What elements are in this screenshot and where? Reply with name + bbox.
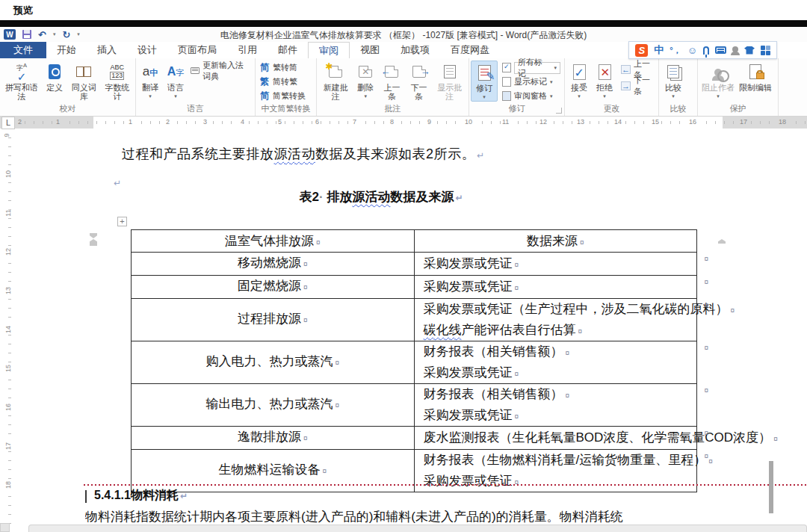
cell-emission-source[interactable]: 移动燃烧源 [132,253,415,276]
simplified-traditional-convert-button[interactable]: 简 简繁转换 [257,89,308,103]
compare-button[interactable]: 比较▾ [661,61,686,100]
sogou-logo-icon[interactable]: S [635,44,648,57]
end-of-cell-mark [515,370,519,378]
tab-百度网盘[interactable]: 百度网盘 [440,42,500,58]
first-line-indent-marker[interactable] [90,233,97,238]
spelling-grammar-button[interactable]: 字A✓ 拼写和语法 [1,61,42,102]
table-row[interactable]: 输出电力、热力或蒸汽财务报表（相关销售额）采购发票或凭证 [132,384,697,427]
track-changes-button[interactable]: ✎ 修订▾ [471,61,498,102]
ribbon-group-tracking: ✎ 修订▾ 所有标记▾ 显示标记▾ 审阅窗格▾ 修订 [469,58,565,116]
vertical-scrollbar-thumb[interactable] [769,461,773,513]
tab-stop-selector[interactable]: L [1,117,15,129]
vertical-ruler[interactable]: 9101112131415161718 [3,129,16,532]
all-markup-dropdown[interactable]: 所有标记▾ [500,61,563,75]
table-row[interactable]: 固定燃烧源采购发票或凭证 [132,276,697,299]
traditional-to-simplified-button[interactable]: 简 繁转简 [257,61,308,75]
skin-icon[interactable] [744,46,755,55]
toolbox-icon[interactable] [732,46,738,52]
update-ime-dictionary-button[interactable]: 更新输入法词典 [188,64,253,78]
tab-设计[interactable]: 设计 [127,42,167,58]
all-markup-icon [502,63,511,72]
emoji-icon[interactable]: ☺ [687,45,697,56]
cell-data-source[interactable]: 废水监测报表（生化耗氧量BOD浓度、化学需氧量COD浓度） [414,427,697,450]
cell-data-source[interactable]: 财务报表（相关销售额）采购发票或凭证 [414,341,697,384]
define-button[interactable]: 定义 [42,61,67,93]
cell-emission-source[interactable]: 过程排放源 [132,299,415,341]
tab-文件[interactable]: 文件 [0,42,46,58]
table-row[interactable]: 移动燃烧源采购发票或凭证 [132,253,697,276]
right-indent-marker[interactable] [718,239,726,244]
ruler-number: 10 [4,170,13,178]
horizontal-ruler[interactable]: 21123456789101112131415161718 [0,117,807,129]
previous-comment-button[interactable]: ← 上一条 [378,61,405,102]
bottom-overlay-bar [28,525,807,532]
table-header-row[interactable]: 温室气体排放源数据来源 [132,230,697,253]
section-heading[interactable]: 5.4.1.1物料消耗 [94,488,188,504]
table-caption[interactable]: 表2· 排放源活动数据及来源 [97,188,665,205]
next-comment-button[interactable]: → 下一条 [406,61,433,102]
show-comments-button[interactable]: 显示批注 [433,61,467,102]
next-change-button[interactable]: → 下一条 [619,78,657,93]
restrict-editing-button[interactable]: 限制编辑 [737,61,774,93]
table-row[interactable]: 过程排放源采购发票或凭证（生产过程中，涉及二氧化碳的原料）碳化线产能评估表自行估… [132,299,697,341]
group-label-protect: 保护 [698,103,778,114]
cell-emission-source[interactable]: 逸散排放源 [132,427,415,450]
emission-sources-table[interactable]: 温室气体排放源数据来源 移动燃烧源采购发票或凭证固定燃烧源采购发票或凭证过程排放… [131,229,697,492]
reviewing-pane-dropdown[interactable]: 审阅窗格▾ [500,89,563,103]
table-row[interactable]: 购入电力、热力或蒸汽财务报表（相关销售额）采购发票或凭证 [132,341,697,384]
paragraph-intro[interactable]: 过程和产品系统主要排放源活动数据及其来源如表2所示。 [122,146,484,164]
table-move-handle[interactable]: + [117,217,127,226]
paragraph-material-consumption[interactable]: 物料消耗指数据统计期内各项主要原料(进入产品的)和辅料(未进入产品的)的消耗量。… [85,508,807,525]
table-column-header[interactable]: 数据来源 [414,230,697,253]
word-count-button[interactable]: ABC123 字数统计 [101,61,134,102]
ruler-number: 5 [276,118,283,126]
reviewing-pane-icon [502,91,511,101]
block-authors-button[interactable]: 阻止作者▾ [699,61,737,100]
tab-邮件[interactable]: 邮件 [268,42,308,58]
translate-button[interactable]: a中 翻译▾ [137,61,163,100]
table-column-header[interactable]: 温室气体排放源 [132,230,415,253]
translate-icon: a中 [140,62,161,81]
simplified-to-traditional-button[interactable]: 繁 简转繁 [257,75,308,89]
tab-加载项[interactable]: 加载项 [390,42,440,58]
end-of-cell-mark [515,261,519,269]
tab-视图[interactable]: 视图 [350,42,390,58]
tab-引用[interactable]: 引用 [227,42,268,58]
reject-button[interactable]: ✕ 拒绝▾ [592,61,617,100]
tab-插入[interactable]: 插入 [87,42,127,58]
cell-emission-source[interactable]: 输出电力、热力或蒸汽 [132,384,415,427]
next-comment-icon: → [409,62,430,81]
cell-data-source[interactable]: 采购发票或凭证 [414,276,697,299]
end-of-cell-mark [578,327,583,335]
tab-审阅[interactable]: 审阅 [308,42,350,58]
tab-开始[interactable]: 开始 [46,42,87,58]
language-button[interactable]: A字 语言▾ [163,61,188,100]
end-of-row-mark [704,301,708,309]
voice-input-icon[interactable] [703,46,709,55]
cell-emission-source[interactable]: 固定燃烧源 [132,276,415,299]
soft-keyboard-icon[interactable] [715,46,726,54]
ruler-number: 6 [314,118,321,126]
text-run: 过程和产品系统主要排放 [122,146,274,161]
accept-button[interactable]: ✓ 接受▾ [566,61,592,100]
tab-页面布局[interactable]: 页面布局 [167,42,227,58]
new-comment-button[interactable]: ✱ 新建批注 [318,61,353,102]
text-run: 排放 [324,190,353,204]
ruler-number: 4 [239,118,246,126]
left-indent-marker[interactable] [90,244,97,246]
menu-grid-icon[interactable] [761,46,770,55]
cell-data-source[interactable]: 采购发票或凭证 [414,253,697,276]
table-row[interactable]: 逸散排放源废水监测报表（生化耗氧量BOD浓度、化学需氧量COD浓度） [132,427,697,450]
delete-comment-button[interactable]: ✕ 删除▾ [353,61,378,100]
thesaurus-button[interactable]: 同义词库 [67,61,100,102]
cell-emission-source[interactable]: 购入电力、热力或蒸汽 [132,341,415,384]
cell-data-source[interactable]: 采购发票或凭证（生产过程中，涉及二氧化碳的原料）碳化线产能评估表自行估算 [414,299,697,341]
tracking-dialog-launcher-icon[interactable] [556,108,562,114]
show-markup-dropdown[interactable]: 显示标记▾ [500,75,563,89]
separator-bar [0,20,807,27]
ruler-number: 7 [351,118,358,126]
end-of-row-mark [704,452,708,460]
punctuation-mode-icon[interactable]: °， [670,45,681,56]
chinese-mode-icon[interactable]: 中 [654,43,664,57]
cell-data-source[interactable]: 财务报表（相关销售额）采购发票或凭证 [414,384,697,427]
